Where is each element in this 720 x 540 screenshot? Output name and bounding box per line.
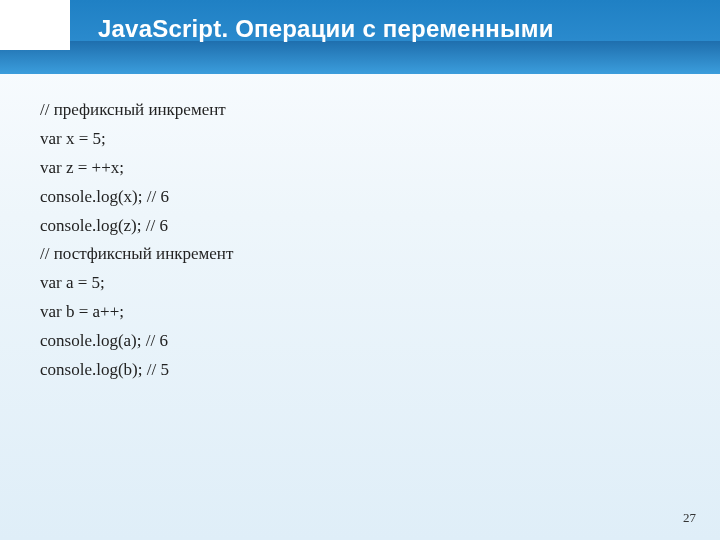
code-line: console.log(b); // 5 (40, 356, 680, 385)
code-line: // постфиксный инкремент (40, 240, 680, 269)
code-line: console.log(a); // 6 (40, 327, 680, 356)
code-line: console.log(z); // 6 (40, 212, 680, 241)
code-line: var a = 5; (40, 269, 680, 298)
code-block: // префиксный инкремент var x = 5; var z… (40, 96, 680, 385)
code-line: var b = a++; (40, 298, 680, 327)
slide: JavaScript. Операции с переменными // пр… (0, 0, 720, 540)
slide-title: JavaScript. Операции с переменными (98, 15, 554, 43)
code-line: console.log(x); // 6 (40, 183, 680, 212)
header-logo-box (0, 0, 70, 50)
page-number: 27 (683, 510, 696, 526)
code-line: var z = ++x; (40, 154, 680, 183)
header-bar: JavaScript. Операции с переменными (0, 0, 720, 74)
code-line: // префиксный инкремент (40, 96, 680, 125)
code-line: var x = 5; (40, 125, 680, 154)
